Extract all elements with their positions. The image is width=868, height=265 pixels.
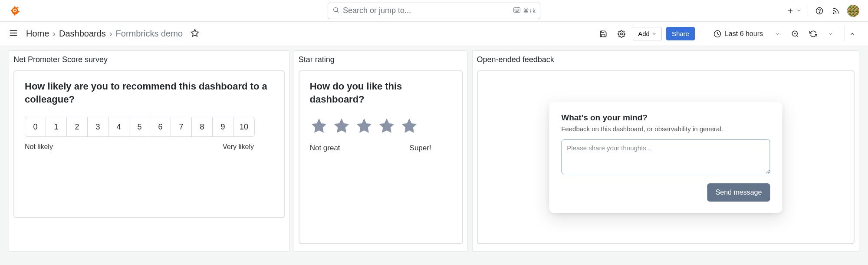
svg-point-23 <box>621 33 623 35</box>
svg-point-12 <box>518 10 519 10</box>
star-icon[interactable] <box>378 117 396 135</box>
send-message-button[interactable]: Send message <box>707 183 770 202</box>
star-icon[interactable] <box>332 117 351 135</box>
divider <box>808 5 808 17</box>
chevron-down-icon <box>651 31 657 36</box>
share-button[interactable]: Share <box>666 27 695 40</box>
nps-option[interactable]: 10 <box>233 117 254 136</box>
svg-line-26 <box>796 35 798 36</box>
feedback-card-title: What's on your mind? <box>561 113 770 123</box>
svg-line-3 <box>337 11 339 13</box>
panel-title: Net Promoter Score survey <box>13 55 285 64</box>
panel-nps: Net Promoter Score survey How likely are… <box>9 50 289 252</box>
time-chevron[interactable] <box>772 28 784 40</box>
search-icon <box>332 7 339 15</box>
svg-marker-29 <box>334 119 349 133</box>
time-label: Last 6 hours <box>725 30 763 38</box>
grafana-logo-icon[interactable] <box>9 4 21 17</box>
feedback-card-subtitle: Feedback on this dashboard, or observabi… <box>561 125 770 132</box>
top-right <box>785 5 859 17</box>
svg-point-2 <box>334 8 338 12</box>
svg-point-10 <box>516 10 516 10</box>
nps-option[interactable]: 0 <box>25 117 46 136</box>
chevron-up-icon <box>849 31 855 37</box>
breadcrumb-dashboards[interactable]: Dashboards <box>59 29 106 39</box>
star-low-label: Not great <box>310 144 340 152</box>
nps-option[interactable]: 7 <box>171 117 192 136</box>
time-picker[interactable]: Last 6 hours <box>709 27 767 40</box>
svg-marker-30 <box>356 119 372 133</box>
feedback-textarea[interactable] <box>561 139 770 174</box>
top-bar: Search or jump to... ⌘+k <box>0 0 868 22</box>
panel-inner: How do you like this dashboard? Not grea… <box>299 70 463 244</box>
new-menu[interactable] <box>785 6 802 16</box>
star-high-label: Super! <box>410 144 431 152</box>
add-button-label: Add <box>638 30 650 37</box>
top-left <box>9 4 21 17</box>
star-icon[interactable] <box>355 117 373 135</box>
search-shortcut: ⌘+k <box>513 7 536 14</box>
svg-point-9 <box>515 10 515 10</box>
search-container: Search or jump to... ⌘+k <box>328 3 540 19</box>
collapse-button[interactable] <box>845 26 859 41</box>
chevron-down-icon <box>775 31 780 36</box>
panel-star-rating: Star rating How do you like this dashboa… <box>294 50 468 252</box>
breadcrumb-current: Formbricks demo <box>116 29 183 39</box>
svg-point-11 <box>517 10 517 10</box>
divider <box>702 27 702 40</box>
chevron-down-icon <box>796 7 802 14</box>
nps-question: How likely are you to recommend this das… <box>25 80 273 106</box>
refresh-chevron[interactable] <box>825 28 837 40</box>
nps-option[interactable]: 3 <box>88 117 108 136</box>
clock-icon <box>713 30 721 38</box>
nps-option[interactable]: 2 <box>67 117 88 136</box>
svg-point-6 <box>516 9 516 9</box>
star-question: How do you like this dashboard? <box>310 80 452 106</box>
nps-low-label: Not likely <box>25 143 53 151</box>
nps-option[interactable]: 9 <box>213 117 233 136</box>
nps-option[interactable]: 1 <box>46 117 67 136</box>
save-icon[interactable] <box>596 27 610 41</box>
svg-marker-32 <box>401 119 417 133</box>
nps-scale: 0 1 2 3 4 5 6 7 8 9 10 <box>25 117 255 137</box>
star-labels: Not great Super! <box>310 144 431 152</box>
chevron-right-icon: › <box>109 29 112 39</box>
avatar[interactable] <box>847 5 859 17</box>
hamburger-icon[interactable] <box>9 28 18 39</box>
nav-bar: Home › Dashboards › Formbricks demo Add … <box>0 22 868 46</box>
svg-point-1 <box>14 10 16 12</box>
gear-icon[interactable] <box>615 27 628 41</box>
search-input[interactable]: Search or jump to... ⌘+k <box>328 3 540 19</box>
panel-feedback: Open-ended feedback What's on your mind?… <box>472 50 859 252</box>
star-row <box>310 117 452 135</box>
nps-option[interactable]: 5 <box>129 117 150 136</box>
nav-right: Add Share Last 6 hours <box>596 26 859 41</box>
feedback-card: What's on your mind? Feedback on this da… <box>549 102 782 213</box>
breadcrumb-home[interactable]: Home <box>26 29 49 39</box>
help-icon[interactable] <box>814 6 825 16</box>
nps-option[interactable]: 4 <box>108 117 129 136</box>
svg-point-7 <box>517 9 517 9</box>
nav-left: Home › Dashboards › Formbricks demo <box>9 28 199 39</box>
rss-icon[interactable] <box>831 6 841 16</box>
star-icon[interactable] <box>310 117 328 135</box>
star-icon[interactable] <box>400 117 418 135</box>
breadcrumb: Home › Dashboards › Formbricks demo <box>26 29 183 39</box>
svg-marker-31 <box>379 119 394 133</box>
zoom-out-icon[interactable] <box>788 27 802 41</box>
svg-point-5 <box>515 9 515 9</box>
panel-inner: What's on your mind? Feedback on this da… <box>477 70 855 244</box>
nps-option[interactable]: 6 <box>150 117 171 136</box>
panel-title: Open-ended feedback <box>477 55 855 64</box>
nps-option[interactable]: 8 <box>192 117 213 136</box>
plus-icon <box>785 6 796 16</box>
search-placeholder: Search or jump to... <box>343 6 510 15</box>
svg-marker-28 <box>311 119 326 133</box>
refresh-icon[interactable] <box>806 27 820 41</box>
chevron-down-icon <box>828 31 833 36</box>
add-button[interactable]: Add <box>633 27 662 40</box>
svg-marker-22 <box>191 30 199 36</box>
keyboard-icon <box>513 7 520 14</box>
panels-container: Net Promoter Score survey How likely are… <box>0 46 868 260</box>
star-icon[interactable] <box>191 29 199 39</box>
